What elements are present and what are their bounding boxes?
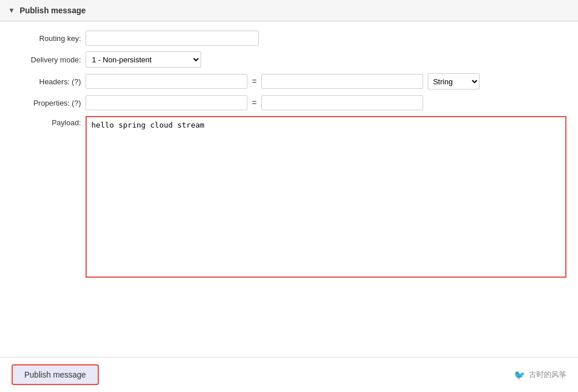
watermark-text: 古时的风筝 bbox=[529, 369, 566, 380]
properties-label: Properties: (?) bbox=[12, 99, 81, 107]
properties-equals: = bbox=[252, 98, 257, 107]
watermark-icon: 🐦 bbox=[514, 369, 525, 380]
headers-label: Headers: (?) bbox=[12, 77, 81, 86]
properties-key-input[interactable] bbox=[86, 95, 247, 110]
routing-key-input[interactable] bbox=[86, 31, 259, 46]
properties-row: Properties: (?) = bbox=[12, 95, 566, 110]
payload-label: Payload: bbox=[12, 118, 81, 127]
headers-type-select[interactable]: String Bytes JSON bbox=[428, 73, 480, 89]
payload-textarea[interactable]: hello spring cloud stream bbox=[86, 116, 566, 278]
routing-key-row: Routing key: bbox=[12, 31, 566, 46]
headers-equals: = bbox=[252, 77, 257, 86]
form-container: Routing key: Delivery mode: 1 - Non-pers… bbox=[0, 21, 578, 357]
properties-value-input[interactable] bbox=[261, 95, 423, 110]
delivery-mode-label: Delivery mode: bbox=[12, 55, 81, 64]
delivery-mode-row: Delivery mode: 1 - Non-persistent 2 - Pe… bbox=[12, 51, 566, 68]
page-container: ▼ Publish message Routing key: Delivery … bbox=[0, 0, 578, 392]
panel-title: Publish message bbox=[20, 6, 86, 15]
panel-header: ▼ Publish message bbox=[0, 0, 578, 21]
headers-value-input[interactable] bbox=[261, 74, 423, 89]
routing-key-label: Routing key: bbox=[12, 34, 81, 43]
publish-message-button[interactable]: Publish message bbox=[12, 364, 99, 385]
headers-row: Headers: (?) = String Bytes JSON bbox=[12, 73, 566, 89]
collapse-arrow-icon[interactable]: ▼ bbox=[8, 6, 15, 14]
headers-key-input[interactable] bbox=[86, 74, 247, 89]
payload-row: Payload: hello spring cloud stream bbox=[12, 116, 566, 278]
delivery-mode-select[interactable]: 1 - Non-persistent 2 - Persistent bbox=[86, 51, 201, 68]
watermark: 🐦 古时的风筝 bbox=[514, 369, 566, 380]
footer: Publish message 🐦 古时的风筝 bbox=[0, 357, 578, 392]
